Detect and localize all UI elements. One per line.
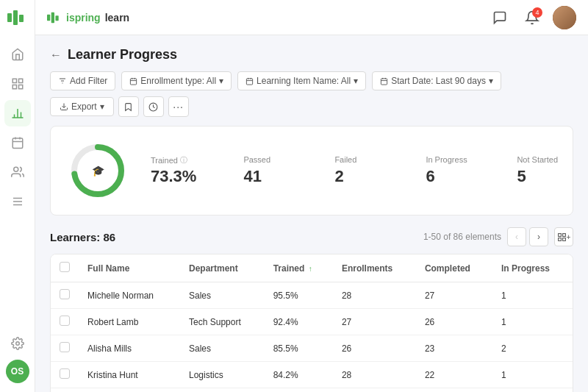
table-row: Michelle Norman Sales 95.5% 28 27 1 <box>51 282 573 309</box>
svg-rect-44 <box>558 238 561 240</box>
passed-stat: Passed 41 <box>243 155 287 186</box>
cell-trained-2: 85.5% <box>265 335 333 362</box>
sidebar-item-home[interactable] <box>4 41 31 68</box>
cell-completed-2: 23 <box>416 335 492 362</box>
chevron-down-icon2: ▾ <box>354 76 358 86</box>
sidebar-item-users[interactable] <box>4 159 31 185</box>
graduation-icon: 🎓 <box>92 165 104 177</box>
chevron-down-icon4: ▾ <box>100 101 104 112</box>
sidebar-item-reports[interactable] <box>4 100 31 126</box>
trained-stat: Trained ⓘ 73.3% <box>151 155 196 186</box>
cell-dept-3: Logistics <box>180 362 265 388</box>
svg-rect-1 <box>13 10 18 25</box>
cell-name-0: Michelle Norman <box>79 282 180 309</box>
col-enrollments[interactable]: Enrollments <box>333 254 416 282</box>
learning-item-filter-button[interactable]: Learning Item Name: All ▾ <box>237 71 366 90</box>
row-checkbox-2[interactable] <box>60 342 70 352</box>
sidebar: OS <box>0 0 35 392</box>
svg-rect-5 <box>12 85 16 89</box>
svg-rect-45 <box>562 238 565 240</box>
table-row: Kristina Hunt Logistics 84.2% 28 22 1 <box>51 362 573 388</box>
cell-dept-4: Logistics <box>180 388 265 393</box>
svg-rect-6 <box>18 85 22 89</box>
select-all-header <box>51 254 79 282</box>
notification-icon[interactable]: 4 <box>520 6 544 29</box>
svg-rect-34 <box>381 78 387 84</box>
col-full-name[interactable]: Full Name <box>79 254 180 282</box>
svg-rect-21 <box>51 12 54 22</box>
sidebar-logo <box>6 9 29 26</box>
svg-rect-3 <box>12 79 16 82</box>
not-started-stat: Not Started 5 <box>517 155 561 186</box>
svg-rect-20 <box>47 14 50 21</box>
sidebar-item-courses[interactable] <box>4 71 31 97</box>
cell-in-progress-0: 1 <box>492 282 573 309</box>
cell-trained-1: 92.4% <box>265 309 333 335</box>
sidebar-item-settings[interactable] <box>4 330 31 357</box>
donut-chart: 🎓 <box>68 141 127 200</box>
col-in-progress[interactable]: In Progress <box>492 254 573 282</box>
cell-enrollments-2: 26 <box>333 335 416 362</box>
table-row: Robert Lamb Tech Support 92.4% 27 26 1 <box>51 309 573 335</box>
row-checkbox-3[interactable] <box>60 368 70 379</box>
next-page-button[interactable]: › <box>529 227 548 246</box>
clock-button[interactable] <box>143 96 164 117</box>
cell-completed-0: 27 <box>416 282 492 309</box>
cell-completed-4: 21 <box>416 388 492 393</box>
learners-table: Full Name Department Trained ↑ Enrollmen… <box>50 254 573 392</box>
failed-stat: Failed 2 <box>334 155 379 186</box>
sidebar-item-settings2[interactable] <box>4 188 31 215</box>
cell-trained-0: 95.5% <box>265 282 333 309</box>
cell-in-progress-2: 2 <box>492 335 573 362</box>
pagination-info: 1-50 of 86 elements <box>423 232 501 242</box>
cell-completed-3: 22 <box>416 362 492 388</box>
start-date-filter-button[interactable]: Start Date: Last 90 days ▾ <box>372 71 501 90</box>
learners-title: Learners: 86 <box>50 231 115 243</box>
enrollment-filter-button[interactable]: Enrollment type: All ▾ <box>121 71 232 90</box>
table-header-row: Full Name Department Trained ↑ Enrollmen… <box>51 254 573 282</box>
cell-in-progress-4: 2 <box>492 388 573 393</box>
chat-icon[interactable] <box>488 6 512 29</box>
col-completed[interactable]: Completed <box>416 254 492 282</box>
cell-dept-2: Sales <box>180 335 265 362</box>
in-progress-stat: In Progress 6 <box>426 155 470 186</box>
svg-rect-42 <box>558 233 561 236</box>
grid-view-button[interactable]: + <box>554 227 573 246</box>
table-row: Owen Manning Logistics 81.7% 28 21 2 <box>51 388 573 393</box>
col-trained[interactable]: Trained ↑ <box>265 254 333 282</box>
svg-rect-30 <box>246 78 252 84</box>
add-filter-button[interactable]: Add Filter <box>50 71 115 90</box>
sidebar-bottom: OS <box>4 330 31 383</box>
cell-name-1: Robert Lamb <box>79 309 180 335</box>
main-area: ispringlearn 4 ← Learner Progress <box>35 0 588 392</box>
svg-rect-0 <box>7 13 12 22</box>
svg-rect-2 <box>19 15 24 22</box>
sort-icon: ↑ <box>309 265 312 273</box>
row-checkbox-0[interactable] <box>60 289 70 299</box>
bookmark-button[interactable] <box>118 96 139 117</box>
cell-dept-1: Tech Support <box>180 309 265 335</box>
back-button[interactable]: ← <box>50 49 62 62</box>
page-header: ← Learner Progress <box>50 47 573 63</box>
cell-in-progress-1: 1 <box>492 309 573 335</box>
sidebar-user-avatar[interactable]: OS <box>6 360 29 383</box>
stats-card: 🎓 Trained ⓘ 73.3% Passed 41 Failed 2 <box>50 126 573 215</box>
prev-page-button[interactable]: ‹ <box>507 227 526 246</box>
select-all-checkbox[interactable] <box>60 262 70 272</box>
cell-name-4: Owen Manning <box>79 388 180 393</box>
col-department[interactable]: Department <box>180 254 265 282</box>
svg-rect-22 <box>55 15 58 21</box>
app-logo: ispringlearn <box>47 12 129 24</box>
cell-enrollments-3: 28 <box>333 362 416 388</box>
user-avatar[interactable] <box>553 6 576 29</box>
svg-rect-4 <box>18 79 22 82</box>
cell-trained-4: 81.7% <box>265 388 333 393</box>
filter-bar: Add Filter Enrollment type: All ▾ Learni… <box>50 71 573 117</box>
row-checkbox-1[interactable] <box>60 316 70 326</box>
export-button[interactable]: Export ▾ <box>50 97 114 116</box>
learners-section-header: Learners: 86 1-50 of 86 elements ‹ › + <box>50 227 573 246</box>
sidebar-item-calendar[interactable] <box>4 129 31 156</box>
more-button[interactable]: ··· <box>168 96 189 117</box>
pagination-nav: ‹ › <box>507 227 548 246</box>
content-area: ← Learner Progress Add Filter Enrollment… <box>35 35 588 392</box>
